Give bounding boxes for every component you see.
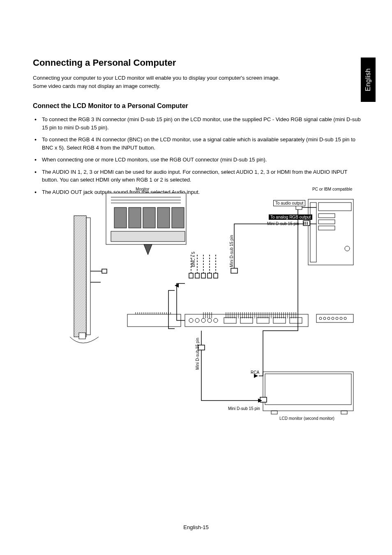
- svg-rect-6: [143, 207, 155, 228]
- svg-rect-13: [79, 333, 85, 339]
- svg-rect-111: [208, 273, 212, 278]
- list-item: The AUDIO IN 1, 2, 3 or HDMI can be used…: [42, 168, 363, 184]
- language-tab: English: [361, 58, 376, 102]
- label-pc: PC or IBM compatible: [312, 187, 352, 191]
- label-monitor: Monitor: [136, 187, 149, 191]
- svg-rect-108: [189, 273, 193, 278]
- svg-rect-109: [195, 273, 199, 278]
- label-mini-dsub-c: Mini D-sub 15 pin: [195, 338, 200, 370]
- label-mini-dsub-d: Mini D-sub 15 pin: [228, 406, 260, 411]
- svg-rect-9: [111, 231, 185, 242]
- svg-marker-10: [144, 244, 152, 255]
- subheading: Connect the LCD Monitor to a Personal Co…: [33, 102, 363, 110]
- svg-rect-113: [231, 268, 238, 273]
- svg-rect-102: [341, 411, 347, 414]
- svg-rect-99: [263, 372, 353, 411]
- intro-line-2: Some video cards may not display an imag…: [33, 82, 363, 90]
- label-rca: RCA: [251, 370, 259, 375]
- svg-rect-116: [102, 269, 107, 273]
- svg-rect-4: [114, 207, 127, 228]
- label-second-monitor: LCD monitor (second monitor): [279, 416, 334, 421]
- svg-rect-101: [271, 411, 277, 414]
- list-item: To connect the RGB 4 IN connector (BNC) …: [42, 136, 363, 152]
- page-footer: English-15: [0, 524, 392, 530]
- svg-rect-8: [172, 207, 184, 228]
- svg-rect-90: [127, 314, 181, 327]
- intro-line-1: Connecting your computer to your LCD mon…: [33, 74, 363, 82]
- label-to-analog-rgb-output: To analog RGB output: [269, 214, 312, 220]
- label-mini-dsub-b: Mini D-sub 15 pin: [229, 235, 234, 267]
- list-item: To connect the RGB 3 IN connector (mini …: [42, 115, 363, 131]
- svg-rect-12: [86, 218, 90, 335]
- svg-rect-110: [201, 273, 205, 278]
- svg-rect-115: [260, 397, 267, 402]
- label-bncx5: BNC x 5: [191, 252, 196, 267]
- language-label: English: [364, 68, 372, 91]
- svg-rect-112: [214, 273, 218, 278]
- label-to-audio-output: To audio output: [273, 200, 305, 206]
- connection-diagram: Monitor PC or IBM compatible To audio ou…: [62, 187, 357, 425]
- svg-rect-5: [129, 207, 141, 228]
- bullet-list: To connect the RGB 3 IN connector (mini …: [33, 115, 363, 196]
- intro-block: Connecting your computer to your LCD mon…: [33, 74, 363, 90]
- label-mini-dsub-a: Mini D-sub 15 pin: [267, 221, 299, 226]
- list-item: When connecting one or more LCD monitors…: [42, 156, 363, 164]
- svg-rect-11: [74, 216, 86, 337]
- page-title: Connecting a Personal Computer: [33, 58, 363, 68]
- svg-rect-14: [308, 199, 353, 265]
- svg-rect-7: [157, 207, 170, 228]
